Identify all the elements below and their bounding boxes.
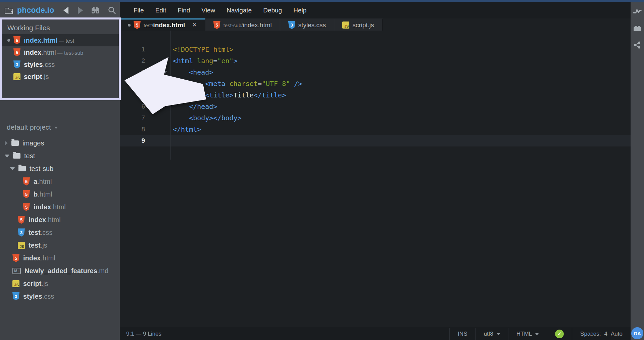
tree-file-a-html[interactable]: 5 a.html xyxy=(0,175,120,188)
line-number: 7 xyxy=(120,114,145,122)
tree-file-index-html-test[interactable]: 5 index.html xyxy=(0,213,120,226)
menu-view[interactable]: View xyxy=(196,2,221,18)
spaces-size[interactable]: 4 xyxy=(604,331,607,337)
css-icon: 3 xyxy=(13,60,20,69)
insert-mode-indicator[interactable]: INS xyxy=(449,328,475,340)
file-ext: .js xyxy=(41,242,47,249)
tree-folder-test-sub[interactable]: test-sub xyxy=(0,162,120,175)
tab-testsub-index-html[interactable]: 5 test-sub/index.html xyxy=(205,18,280,31)
tree-file-test-js[interactable]: JS test.js xyxy=(0,239,120,252)
status-bar: 9:1 — 9 Lines INS utf8 HTML ✓ Spaces: 4 … xyxy=(120,328,631,340)
tree-file-index-html-testsub[interactable]: 5 index.html xyxy=(0,201,120,213)
fold-gutter xyxy=(145,135,170,146)
working-file-index-html-test[interactable]: 5 index.html— test xyxy=(2,34,119,46)
cursor-position[interactable]: 9:1 — 9 Lines xyxy=(120,331,161,337)
line-number: 2 xyxy=(120,57,145,65)
chevron-down-icon xyxy=(54,127,58,129)
tab-styles-css[interactable]: 3 styles.css xyxy=(280,18,334,31)
spaces-mode[interactable]: Auto xyxy=(611,331,623,337)
code-line-6[interactable]: 6 </head> xyxy=(120,101,631,112)
code-line-5[interactable]: 5 <title>Title</title> xyxy=(120,89,631,101)
code-text: <head> xyxy=(170,68,213,76)
live-preview-icon[interactable] xyxy=(633,7,642,17)
tree-file-newly-added-features-md[interactable]: M↓ Newly_added_features.md xyxy=(0,264,120,277)
tab-script-js[interactable]: JS script.js xyxy=(334,18,382,31)
fold-arrow-icon[interactable] xyxy=(163,59,167,62)
code-line-9[interactable]: 9 xyxy=(120,135,631,146)
code-token: </head> xyxy=(173,102,217,111)
file-ext: .js xyxy=(42,73,49,80)
tree-file-index-html-root[interactable]: 5 index.html xyxy=(0,252,120,264)
working-file-script-js[interactable]: JS script.js xyxy=(2,71,119,83)
navigate-back-icon[interactable] xyxy=(63,7,68,14)
code-line-7[interactable]: 7 <body></body> xyxy=(120,112,631,124)
project-switcher[interactable]: default project xyxy=(0,121,120,133)
project-name: default project xyxy=(7,123,51,131)
new-project-icon[interactable] xyxy=(4,6,14,15)
expanded-arrow-icon[interactable] xyxy=(5,155,9,158)
extensions-icon[interactable] xyxy=(633,24,642,34)
file-dir-suffix: — test xyxy=(59,38,74,44)
close-icon[interactable]: ✕ xyxy=(192,22,197,29)
fold-arrow-icon[interactable] xyxy=(163,71,167,74)
file-ext: .html xyxy=(38,190,52,198)
fold-gutter[interactable] xyxy=(145,67,170,78)
header-left: phcode.io xyxy=(0,2,120,18)
avatar[interactable]: DA xyxy=(631,327,643,339)
project-tree-panel: default project images test test-sub 5 a… xyxy=(0,121,120,303)
indentation-settings[interactable]: Spaces: 4 Auto xyxy=(572,328,631,340)
menu-debug[interactable]: Debug xyxy=(257,2,288,18)
collapsed-arrow-icon[interactable] xyxy=(5,141,8,145)
code-line-1[interactable]: 1<!DOCTYPE html> xyxy=(120,44,631,55)
code-line-8[interactable]: 8</html> xyxy=(120,124,631,135)
find-in-files-icon[interactable] xyxy=(91,6,100,14)
working-file-styles-css[interactable]: 3 styles.css xyxy=(2,58,119,71)
chevron-down-icon xyxy=(535,333,539,335)
editor-area[interactable]: 5 test/index.html ✕ 5 test-sub/index.htm… xyxy=(120,18,631,328)
tree-folder-images[interactable]: images xyxy=(0,137,120,150)
language-selector[interactable]: HTML xyxy=(508,328,547,340)
tree-file-styles-css[interactable]: 3 styles.css xyxy=(0,290,120,303)
code-token: Title xyxy=(234,91,254,99)
code-token: <html xyxy=(173,57,197,65)
code-text: <meta charset="UTF-8" /> xyxy=(170,80,302,88)
code-line-3[interactable]: 3 <head> xyxy=(120,67,631,78)
code-text: <body></body> xyxy=(170,114,242,122)
navigate-forward-icon[interactable] xyxy=(78,7,83,14)
code-pane[interactable]: 1<!DOCTYPE html>2<html lang="en">3 <head… xyxy=(120,31,631,146)
app-logo[interactable]: phcode.io xyxy=(17,6,54,15)
menu-help[interactable]: Help xyxy=(288,2,312,18)
code-token: charset xyxy=(230,80,258,88)
menu-find[interactable]: Find xyxy=(172,2,196,18)
menu-file[interactable]: File xyxy=(128,2,150,18)
tree-file-test-css[interactable]: 3 test.css xyxy=(0,226,120,239)
encoding-selector[interactable]: utf8 xyxy=(475,328,508,340)
file-name: test xyxy=(29,242,41,249)
html-icon: 5 xyxy=(12,254,19,262)
code-token: lang xyxy=(197,57,213,65)
code-token: <body></body> xyxy=(173,114,242,122)
share-icon[interactable] xyxy=(633,41,641,50)
fold-gutter[interactable] xyxy=(145,55,170,67)
search-icon[interactable] xyxy=(108,6,116,15)
tree-file-script-js[interactable]: JS script.js xyxy=(0,277,120,290)
menu-navigate[interactable]: Navigate xyxy=(221,2,257,18)
indent-guide xyxy=(189,67,189,124)
working-file-index-html-testsub[interactable]: 5 index.html— test-sub xyxy=(2,46,119,58)
file-ext: .html xyxy=(41,254,55,262)
tree-file-b-html[interactable]: 5 b.html xyxy=(0,188,120,201)
folder-name: test xyxy=(24,152,35,160)
tree-folder-test[interactable]: test xyxy=(0,150,120,162)
lint-status[interactable]: ✓ xyxy=(547,328,572,340)
tab-test-index-html[interactable]: 5 test/index.html ✕ xyxy=(120,18,205,31)
file-name: Newly_added_features xyxy=(24,267,97,274)
file-dir-suffix: — test-sub xyxy=(57,50,83,56)
file-name: a xyxy=(34,178,37,185)
code-line-2[interactable]: 2<html lang="en"> xyxy=(120,55,631,67)
menu-edit[interactable]: Edit xyxy=(150,2,172,18)
expanded-arrow-icon[interactable] xyxy=(10,167,15,170)
line-number: 8 xyxy=(120,126,145,133)
tab-file-name: index.html xyxy=(153,22,185,29)
tab-file-name: styles.css xyxy=(298,22,326,29)
code-line-4[interactable]: 4 <meta charset="UTF-8" /> xyxy=(120,78,631,89)
